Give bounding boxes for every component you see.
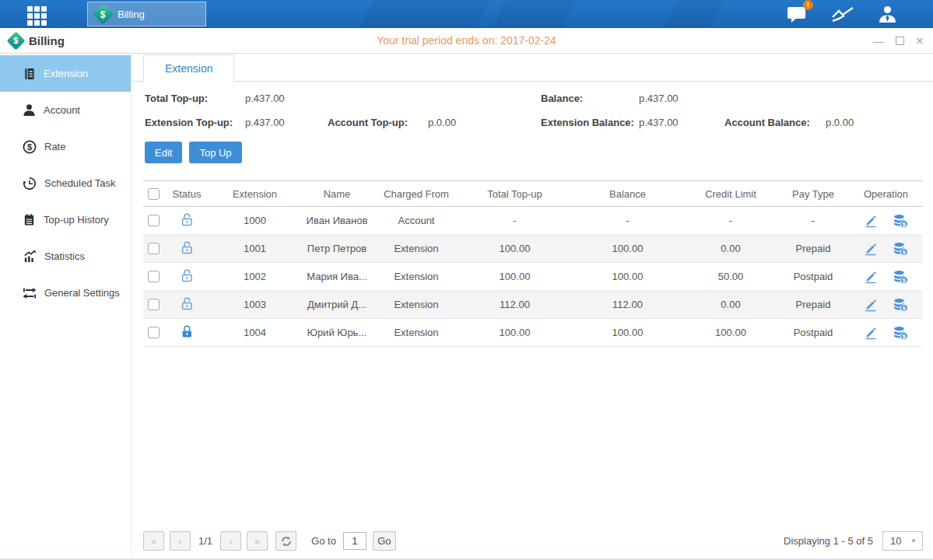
- refresh-icon[interactable]: [275, 531, 296, 551]
- edit-row-icon[interactable]: [864, 270, 878, 284]
- prev-page-button[interactable]: ‹: [170, 531, 191, 551]
- close-button[interactable]: ×: [916, 34, 924, 47]
- user-icon[interactable]: [878, 5, 897, 23]
- cell-pay-type: Postpaid: [777, 263, 849, 291]
- account-balance-value: p.0.00: [826, 117, 933, 128]
- cell-name: Мария Ива...: [300, 263, 374, 291]
- cell-total-topup: 100.00: [458, 319, 571, 347]
- history-clock-icon: [23, 177, 37, 191]
- cell-charged-from: Extension: [374, 235, 458, 263]
- row-checkbox[interactable]: [148, 271, 160, 282]
- pagination-bar: « ‹ 1/1 › » Go to Go Displaying: [143, 531, 923, 551]
- notepad-icon: [23, 213, 36, 226]
- person-icon: [23, 103, 36, 117]
- cell-balance: 100.00: [571, 235, 684, 263]
- cell-extension: 1001: [210, 235, 300, 263]
- system-taskbar: $ Billing !: [0, 0, 933, 28]
- total-topup-label: Total Top-up:: [145, 93, 245, 104]
- column-header-extension: Extension: [210, 181, 300, 207]
- cell-extension: 1003: [210, 291, 300, 319]
- cell-credit-limit: -: [684, 207, 777, 235]
- sidebar-item-account[interactable]: Account: [0, 92, 131, 128]
- extension-balance-value: p.437.00: [639, 117, 724, 128]
- topup-row-icon[interactable]: $: [893, 326, 908, 340]
- svg-text:$: $: [27, 142, 32, 152]
- cell-balance: 100.00: [571, 263, 684, 291]
- tab-extension[interactable]: Extension: [143, 54, 234, 82]
- cell-extension: 1002: [210, 263, 300, 291]
- sidebar-item-general-settings[interactable]: General Settings: [0, 275, 131, 311]
- sidebar-item-rate[interactable]: $ Rate: [0, 128, 131, 165]
- cell-total-topup: -: [458, 207, 571, 235]
- topup-button[interactable]: Top Up: [189, 142, 241, 163]
- transfer-arrows-icon: [23, 287, 37, 299]
- column-header-charged-from: Charged From: [374, 181, 458, 207]
- notification-badge: !: [803, 0, 813, 10]
- edit-row-icon[interactable]: [864, 326, 878, 340]
- cell-extension: 1000: [210, 207, 300, 235]
- edit-button[interactable]: Edit: [145, 142, 182, 163]
- edit-row-icon[interactable]: [864, 214, 878, 228]
- displaying-info: Displaying 1 - 5 of 5: [784, 535, 873, 547]
- sidebar-item-topup-history[interactable]: Top-up History: [0, 201, 131, 238]
- row-checkbox[interactable]: [148, 299, 160, 310]
- topbar-decoration: [353, 0, 495, 28]
- statistics-icon: [23, 250, 37, 263]
- select-all-checkbox[interactable]: [148, 188, 160, 200]
- dollar-circle-icon: $: [23, 140, 37, 154]
- chat-icon[interactable]: !: [787, 5, 808, 23]
- cell-charged-from: Account: [374, 207, 458, 235]
- sidebar-item-statistics[interactable]: Statistics: [0, 238, 131, 275]
- status-lock-icon: [180, 274, 195, 285]
- row-checkbox[interactable]: [148, 215, 160, 226]
- go-button[interactable]: Go: [373, 531, 396, 551]
- apps-grid-icon[interactable]: [27, 6, 47, 26]
- topup-row-icon[interactable]: $: [893, 214, 908, 228]
- edit-row-icon[interactable]: [864, 242, 878, 256]
- row-checkbox[interactable]: [148, 327, 160, 338]
- table-row: 1001 Петр Петров Extension 100.00 100.00…: [143, 235, 923, 263]
- taskbar-item-label: Billing: [118, 9, 145, 20]
- status-lock-icon: [180, 218, 195, 229]
- app-body: Extension Account $ Rate: [0, 54, 933, 557]
- sidebar-item-label: Scheduled Task: [44, 177, 116, 189]
- status-lock-icon: [180, 246, 195, 257]
- total-topup-value: p.437.00: [245, 93, 328, 104]
- goto-page-input[interactable]: [343, 532, 367, 550]
- line-chart-icon[interactable]: [831, 5, 854, 23]
- column-header-status: Status: [163, 181, 210, 207]
- first-page-button[interactable]: «: [143, 531, 164, 551]
- page-size-select[interactable]: 10 ▼: [882, 531, 923, 551]
- row-checkbox[interactable]: [148, 243, 160, 254]
- sidebar-item-extension[interactable]: Extension: [0, 55, 131, 92]
- maximize-button[interactable]: [896, 37, 904, 45]
- page-indicator: 1/1: [198, 535, 212, 547]
- window-controls: — ×: [873, 28, 924, 54]
- cell-credit-limit: 100.00: [684, 319, 777, 347]
- account-balance-label: Account Balance:: [724, 117, 826, 128]
- last-page-button[interactable]: »: [247, 531, 268, 551]
- status-lock-icon: [180, 330, 195, 341]
- extension-topup-value: p.437.00: [245, 117, 328, 128]
- cell-total-topup: 100.00: [458, 235, 571, 263]
- topbar-decoration: [486, 0, 580, 28]
- main-content: Extension Total Top-up: p.437.00 Balance…: [131, 54, 933, 557]
- cell-total-topup: 100.00: [458, 263, 571, 291]
- next-page-button[interactable]: ›: [220, 531, 241, 551]
- topbar-icons: !: [787, 0, 897, 28]
- sidebar-item-label: Account: [44, 104, 80, 116]
- topup-row-icon[interactable]: $: [893, 298, 908, 312]
- cell-balance: 100.00: [571, 319, 684, 347]
- topup-row-icon[interactable]: $: [893, 242, 908, 256]
- extension-table: Status Extension Name Charged From Total…: [143, 180, 923, 347]
- sidebar-item-scheduled-task[interactable]: Scheduled Task: [0, 165, 131, 201]
- cell-credit-limit: 0.00: [684, 291, 777, 319]
- sidebar-item-label: Extension: [44, 68, 88, 79]
- table-row: 1000 Иван Иванов Account - - - -: [143, 207, 923, 235]
- taskbar-item-billing[interactable]: $ Billing: [87, 2, 206, 26]
- minimize-button[interactable]: —: [873, 36, 884, 47]
- cell-credit-limit: 0.00: [684, 235, 777, 263]
- topup-row-icon[interactable]: $: [893, 270, 908, 284]
- extension-book-icon: [23, 67, 36, 81]
- edit-row-icon[interactable]: [864, 298, 878, 312]
